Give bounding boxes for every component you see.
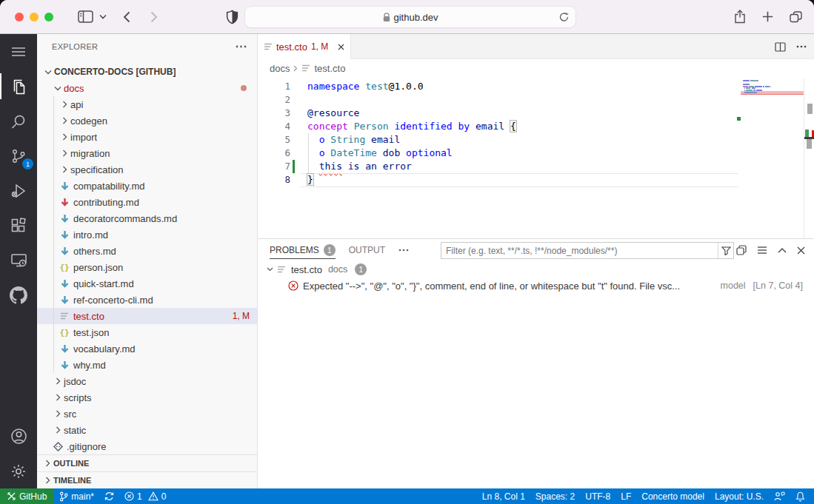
tabs-overview-icon[interactable]	[790, 11, 802, 23]
activity-settings[interactable]	[0, 454, 37, 488]
notifications-indicator[interactable]	[790, 488, 808, 504]
tab-test-cto[interactable]: test.cto 1, M	[258, 34, 351, 59]
maximize-panel-icon[interactable]	[778, 248, 787, 253]
activity-run-and-debug[interactable]	[0, 173, 37, 208]
activity-github[interactable]	[0, 278, 37, 312]
remote-label: GitHub	[19, 491, 47, 502]
tree-item-scripts[interactable]: scripts	[37, 389, 257, 406]
tab-output[interactable]: OUTPUT	[349, 239, 385, 261]
minimap[interactable]	[741, 80, 804, 124]
breadcrumb-folder[interactable]: docs	[270, 63, 290, 74]
minimize-window-button[interactable]	[30, 13, 39, 21]
md-file-icon	[59, 246, 70, 256]
remote-indicator[interactable]: GitHub	[0, 488, 54, 504]
tree-item-api[interactable]: api	[37, 96, 257, 112]
tree-item-ref-concerto-cli-md[interactable]: ref-concerto-cli.md	[37, 292, 257, 308]
tab-close-icon[interactable]	[338, 44, 344, 50]
status-cursor-position[interactable]: Ln 8, Col 1	[477, 488, 530, 504]
editor-more-actions-icon[interactable]	[796, 45, 807, 48]
tree-item-test-cto[interactable]: test.cto1, M	[37, 308, 257, 324]
tree-item-test-json[interactable]: {}test.json	[37, 324, 257, 340]
status-indentation[interactable]: Spaces: 2	[530, 488, 580, 504]
new-tab-icon[interactable]	[762, 11, 773, 22]
tree-item-src[interactable]: src	[37, 406, 257, 422]
back-icon[interactable]	[123, 11, 130, 23]
feedback-indicator[interactable]	[769, 488, 790, 504]
status-eol[interactable]: LF	[615, 488, 636, 504]
tree-item-person-json[interactable]: {}person.json	[37, 259, 257, 275]
tree-item-contributing-md[interactable]: contributing.md	[37, 194, 257, 210]
tree-item-codegen[interactable]: codegen	[37, 112, 257, 129]
tree-item-decoratorcommands-md[interactable]: decoratorcommands.md	[37, 210, 257, 226]
problem-message: Expected "-->", "@", "o", "}", comment, …	[303, 280, 680, 292]
code-line-5: o String email	[307, 133, 400, 147]
timeline-section[interactable]: TIMELINE	[37, 471, 257, 488]
tree-item-docs[interactable]: docs	[37, 80, 257, 96]
tree-item-why-md[interactable]: why.md	[37, 357, 257, 373]
close-window-button[interactable]	[15, 13, 24, 21]
tree-item-vocabulary-md[interactable]: vocabulary.md	[37, 340, 257, 357]
outline-section[interactable]: OUTLINE	[37, 454, 257, 471]
zoom-window-button[interactable]	[44, 13, 53, 21]
line-number: 6	[258, 147, 290, 160]
privacy-shield-icon[interactable]	[226, 10, 238, 24]
sync-indicator[interactable]	[99, 488, 119, 504]
status-keyboard-layout[interactable]: Layout: U.S.	[710, 488, 769, 504]
line-number: 8	[258, 173, 290, 187]
safari-sidebar-icon[interactable]	[78, 10, 93, 23]
md-file-icon	[59, 360, 70, 370]
tree-item-intro-md[interactable]: intro.md	[37, 226, 257, 243]
reload-icon[interactable]	[559, 12, 569, 22]
tree-root-folder[interactable]: CONCERTO-DOCS [GITHUB]	[37, 64, 257, 80]
tab-problems[interactable]: PROBLEMS 1	[270, 239, 336, 261]
tree-item-compatability-md[interactable]: compatability.md	[37, 178, 257, 194]
split-editor-icon[interactable]	[775, 42, 786, 52]
filter-funnel-icon[interactable]	[718, 243, 733, 258]
problems-filter-input[interactable]	[441, 246, 718, 256]
breadcrumb-file[interactable]: test.cto	[314, 63, 345, 74]
sidebar-chevron-down-icon[interactable]	[99, 14, 107, 19]
share-icon[interactable]	[734, 10, 746, 24]
minimap-error-line	[741, 94, 804, 95]
tree-item-static[interactable]: static	[37, 422, 257, 438]
tree-item-others-md[interactable]: others.md	[37, 243, 257, 259]
activity-source-control[interactable]: 1	[0, 138, 37, 173]
explorer-more-actions-icon[interactable]	[236, 45, 247, 48]
item-label: .gitignore	[67, 441, 106, 452]
modified-dot	[241, 85, 247, 91]
collapse-all-icon[interactable]	[757, 246, 767, 254]
branch-indicator[interactable]: main*	[54, 488, 99, 504]
activity-extensions[interactable]	[0, 208, 37, 243]
tree-item-migration[interactable]: migration	[37, 145, 257, 161]
tree-item-quick-start-md[interactable]: quick-start.md	[37, 275, 257, 292]
close-panel-icon[interactable]	[797, 246, 805, 255]
activity-menu[interactable]	[0, 34, 37, 69]
scrollbar-slider	[807, 139, 812, 149]
code-editor[interactable]: 1namespace test@1.0.023@resource4concept…	[258, 77, 814, 238]
status-encoding[interactable]: UTF-8	[580, 488, 615, 504]
activity-accounts[interactable]	[0, 419, 37, 454]
problems-file-row[interactable]: test.cto docs 1	[258, 261, 814, 278]
panel-more-tabs-icon[interactable]	[398, 249, 409, 252]
overview-ruler[interactable]	[804, 78, 814, 238]
json-file-icon: {}	[59, 328, 70, 337]
activity-explorer[interactable]	[0, 69, 37, 104]
gutter-modified-indicator	[293, 160, 295, 173]
item-label: CONCERTO-DOCS [GITHUB]	[54, 67, 176, 77]
tree-item-import[interactable]: import	[37, 129, 257, 145]
activity-search[interactable]	[0, 104, 37, 138]
view-as-table-icon[interactable]	[736, 245, 747, 255]
tree-item-jsdoc[interactable]: jsdoc	[37, 373, 257, 389]
problems-indicator[interactable]: 1 0	[119, 488, 171, 504]
breadcrumb-chevron-icon	[293, 65, 298, 72]
status-language-mode[interactable]: Concerto model	[636, 488, 710, 504]
minimap-line	[743, 93, 744, 95]
activity-remote-explorer[interactable]	[0, 243, 37, 278]
tree-item--gitignore[interactable]: .gitignore	[37, 438, 257, 454]
forward-icon[interactable]	[150, 11, 158, 23]
address-bar[interactable]: github.dev	[245, 7, 576, 27]
chevron-right-icon	[52, 394, 64, 401]
outline-label: OUTLINE	[53, 459, 89, 468]
problem-row[interactable]: Expected "-->", "@", "o", "}", comment, …	[258, 278, 814, 294]
tree-item-specification[interactable]: specification	[37, 161, 257, 178]
